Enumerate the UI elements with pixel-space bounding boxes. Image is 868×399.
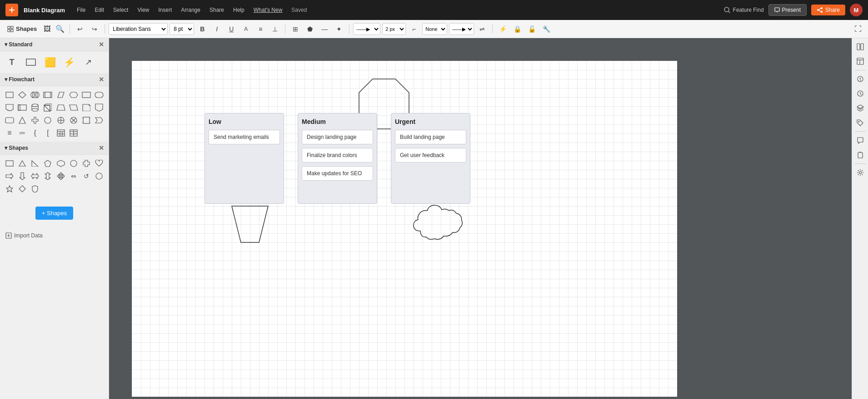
kanban-col-medium[interactable]: Medium Design landing page Finalize bran…: [298, 113, 377, 204]
fc-circle[interactable]: [42, 114, 54, 126]
menu-select[interactable]: Select: [110, 5, 132, 15]
sh-cross[interactable]: [80, 158, 92, 169]
bold-button[interactable]: B: [196, 23, 209, 35]
card-send-marketing[interactable]: Send marketing emails: [209, 130, 280, 144]
card-get-feedback[interactable]: Get user feedback: [395, 148, 466, 163]
fc-list[interactable]: ≡: [4, 127, 15, 139]
fc-rect5[interactable]: [4, 114, 15, 126]
fc-cross[interactable]: [29, 114, 41, 126]
card-design-landing[interactable]: Design landing page: [302, 130, 373, 144]
sh-triangle[interactable]: [16, 158, 28, 169]
history-panel-btn[interactable]: [853, 87, 867, 100]
fc-triangle[interactable]: [16, 114, 28, 126]
feature-find-button[interactable]: Feature Find: [723, 6, 764, 14]
present-button[interactable]: Present: [768, 4, 807, 16]
fc-cube[interactable]: [42, 102, 54, 113]
sh-pentagon[interactable]: [42, 158, 54, 169]
fc-rounded[interactable]: [93, 89, 105, 101]
sh-circle2[interactable]: [93, 170, 105, 182]
lightning-button[interactable]: ⚡: [496, 23, 509, 35]
tags-panel-btn[interactable]: [853, 116, 867, 129]
menu-help[interactable]: Help: [229, 5, 248, 15]
lock2-button[interactable]: 🔓: [525, 23, 538, 35]
align-center-button[interactable]: ≡: [254, 23, 267, 35]
canvas-area[interactable]: Low Send marketing emails Medium Design …: [109, 38, 852, 399]
effects-button[interactable]: ✦: [333, 23, 345, 35]
fc-brace[interactable]: {: [29, 127, 41, 139]
menu-view[interactable]: View: [134, 5, 153, 15]
sh-recycle[interactable]: ↺: [80, 170, 92, 182]
trapezoid-shape[interactable]: [223, 206, 277, 244]
card-make-updates-seo[interactable]: Make updates for SEO: [302, 166, 373, 181]
fc-rtrapezoid[interactable]: [68, 102, 80, 113]
fc-note[interactable]: [80, 102, 92, 113]
fc-cylinder[interactable]: [29, 102, 41, 113]
std-lightning[interactable]: ⚡: [62, 55, 76, 69]
fc-rect6[interactable]: [80, 114, 92, 126]
menu-arrange[interactable]: Arrange: [177, 5, 204, 15]
fill-color-button[interactable]: ⬟: [304, 23, 316, 35]
shapes-close[interactable]: ✕: [99, 144, 104, 152]
fc-offpage[interactable]: [93, 102, 105, 113]
menu-edit[interactable]: Edit: [91, 5, 108, 15]
fc-table[interactable]: [55, 127, 67, 139]
clipboard-panel-btn[interactable]: [853, 148, 867, 162]
table-button[interactable]: ⊞: [289, 23, 302, 35]
fc-stadium[interactable]: [29, 89, 41, 101]
sh-ud-arrow[interactable]: [42, 170, 54, 182]
fc-table2[interactable]: [68, 127, 80, 139]
sh-heart[interactable]: [93, 158, 105, 169]
import-data-link[interactable]: Import Data: [0, 229, 109, 242]
sh-r-arrow[interactable]: [4, 170, 15, 182]
format-panel-btn[interactable]: [853, 40, 867, 54]
sh-d-arrow[interactable]: [16, 170, 28, 182]
fc-list2[interactable]: ≔: [16, 127, 28, 139]
kanban-col-low[interactable]: Low Send marketing emails: [205, 113, 284, 204]
sh-circle[interactable]: [68, 158, 80, 169]
menu-insert[interactable]: Insert: [155, 5, 175, 15]
font-size-select[interactable]: 8 pt: [170, 23, 194, 35]
fc-doc[interactable]: [4, 102, 15, 113]
comments-panel-btn[interactable]: [853, 133, 867, 147]
arrow-end-select[interactable]: ——▶: [449, 23, 474, 35]
sh-rect[interactable]: [4, 158, 15, 169]
kanban-col-urgent[interactable]: Urgent Build landing page Get user feedb…: [391, 113, 470, 204]
waypoint-style-select[interactable]: None: [422, 23, 447, 35]
line-color-button[interactable]: —: [318, 23, 331, 35]
undo-button[interactable]: ↩: [74, 23, 86, 35]
font-color-button[interactable]: A: [239, 23, 252, 35]
std-rect[interactable]: [24, 55, 38, 69]
standard-close[interactable]: ✕: [99, 41, 104, 48]
sh-star[interactable]: [4, 183, 15, 195]
fc-target[interactable]: [55, 114, 67, 126]
flowchart-close[interactable]: ✕: [99, 76, 104, 83]
fc-chevron[interactable]: [93, 114, 105, 126]
fc-diamond[interactable]: [16, 89, 28, 101]
fc-rect[interactable]: [4, 89, 15, 101]
lock-button[interactable]: 🔒: [511, 23, 524, 35]
fc-hexagon[interactable]: [68, 89, 80, 101]
cloud-shape[interactable]: [409, 197, 468, 244]
line-style-select[interactable]: ——▶: [353, 23, 380, 35]
sh-hexagon[interactable]: [55, 158, 67, 169]
line-width-select[interactable]: 2 px: [382, 23, 406, 35]
canvas-paper[interactable]: Low Send marketing emails Medium Design …: [132, 61, 677, 397]
card-finalize-brand[interactable]: Finalize brand colors: [302, 148, 373, 163]
sh-lrud-arrow[interactable]: [55, 170, 67, 182]
std-arrow[interactable]: ↗: [81, 55, 95, 69]
sh-lrud-arrow2[interactable]: ⇔: [68, 170, 80, 182]
fc-rect2[interactable]: [42, 89, 54, 101]
extras-panel-btn[interactable]: [853, 72, 867, 86]
underline-button[interactable]: U: [225, 23, 238, 35]
italic-button[interactable]: I: [210, 23, 223, 35]
font-family-select[interactable]: Liberation Sans: [109, 23, 168, 35]
add-shapes-button[interactable]: + Shapes: [35, 207, 73, 220]
connection-toggle[interactable]: ⇌: [476, 23, 489, 35]
card-build-landing[interactable]: Build landing page: [395, 130, 466, 144]
fullscreen-button[interactable]: ⛶: [852, 23, 864, 35]
sh-lr-arrow[interactable]: [29, 170, 41, 182]
menu-file[interactable]: File: [73, 5, 89, 15]
settings-panel-btn[interactable]: [853, 166, 867, 179]
shapes-panel-toggle[interactable]: Shapes: [4, 25, 40, 32]
layers-panel-btn[interactable]: [853, 101, 867, 115]
